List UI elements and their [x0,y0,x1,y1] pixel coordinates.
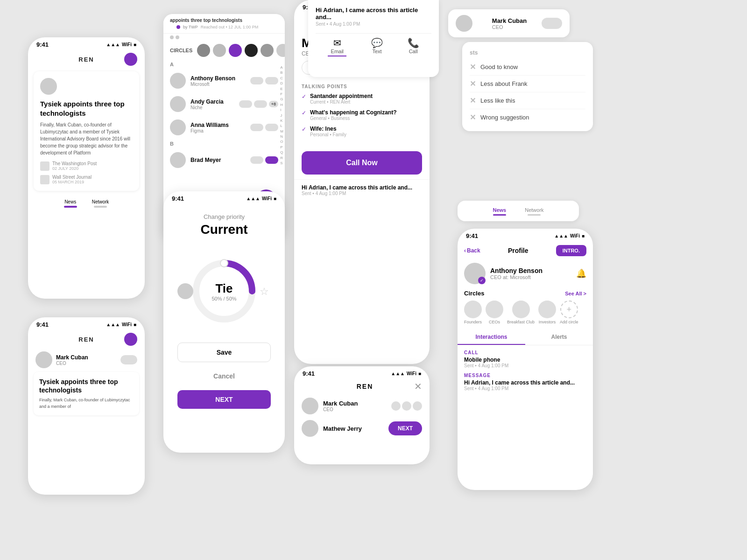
comm-icons-panel: ✉ Email 💬 Text 📞 Call [316,33,431,60]
tab-alerts-7[interactable]: Alerts [525,330,593,345]
call-icon: 📞 [408,37,419,49]
article-title-1: Tysiek appoints three top technologists [40,99,133,118]
circle-item-3-5[interactable] [261,44,274,57]
status-icons-4: ▲▲▲ WiFi ■ [246,196,276,201]
contact-title-6: CEO [323,407,358,412]
toggle-3-2b[interactable] [254,100,267,108]
email-preview-5: Hi Adrian, I came across this article an… [294,179,430,201]
name-3-1: Anthony Benson [190,75,246,82]
x-icon-3[interactable]: ✕ [470,96,476,105]
tab-network-right[interactable]: Network [525,207,543,216]
circle-label-breakfast: Breakfast Club [507,320,535,324]
time-4: 9:41 [172,195,184,202]
contact-row-7: ✓ Anthony Benson CEO at: Microsoft 🔔 [458,260,593,286]
int-sub-call: Sent • 4 Aug 1:00 PM [464,363,586,368]
signal-icon-2: ▲▲▲ [106,322,120,327]
source-date-1: 02 JULY 2020 [52,166,97,171]
app-logo-6: REN [357,383,374,390]
back-btn-7[interactable]: ‹ Back [464,247,480,254]
toggle-3-4b-active[interactable] [265,156,278,164]
contact-info-3-1: Anthony Benson Microsoft [190,75,246,87]
suggestion-text-4: Wrong suggestion [480,114,529,121]
toggle-3-1b[interactable] [265,77,278,84]
source-row-1: The Washington Post 02 JULY 2020 [40,161,133,171]
call-now-button-5[interactable]: Call Now [302,151,422,175]
tab-interactions-7[interactable]: Interactions [458,330,525,345]
close-btn-6[interactable]: ✕ [414,381,422,392]
bell-icon-7[interactable]: 🔔 [576,268,586,279]
save-button-4[interactable]: Save [177,343,271,362]
contact-row-2: Mark Cuban CEO [28,348,145,372]
toggle-3-3b[interactable] [265,124,278,131]
contact-item-3-1[interactable]: Anthony Benson Microsoft [163,69,285,92]
x-icon-1[interactable]: ✕ [470,63,476,71]
suggestion-item-1[interactable]: ✕ Good to know [470,59,585,76]
avatar-container-7: ✓ [464,263,486,284]
suggestion-item-2[interactable]: ✕ Less about Frank [470,76,585,92]
source-icon-1 [40,161,49,171]
time-7: 9:41 [466,232,478,239]
next-btn-6[interactable]: NEXT [388,421,422,435]
wifi-icon-4: WiFi [262,196,272,201]
signal-icon-1: ▲▲▲ [106,42,120,47]
contact-info-3-3: Anna Williams Figma [190,122,246,133]
tp-check-5-2: ✓ [302,110,306,116]
email-label-panel: Email [328,49,346,54]
toggle-3-2a[interactable] [239,100,252,108]
avatar-3-2 [170,96,186,112]
tab-news-1[interactable]: News [64,199,77,208]
circle-item-3-2[interactable] [213,44,226,57]
email-sent-sub: Sent • 4 Aug 1:00 PM [316,21,431,27]
user-avatar-1[interactable] [124,53,137,66]
tab-news-right[interactable]: News [493,207,506,216]
toggle-3-4a[interactable] [250,156,263,164]
article-card-1: Tysiek appoints three top technologists … [34,71,139,191]
tab-row-right: News Network [483,205,553,217]
x-icon-2[interactable]: ✕ [470,79,476,88]
toggle-3-3a[interactable] [250,124,263,131]
mark-name: Mark Cuban [492,17,527,24]
next-button-4[interactable]: NEXT [177,390,271,409]
co-3-1: Microsoft [190,82,246,87]
tab-network-1[interactable]: Network [92,199,109,208]
text-comm-icon[interactable]: 💬 Text [371,37,383,56]
contact-item-3-4[interactable]: Brad Meyer [163,148,285,172]
toggle-group-3-1 [250,77,278,84]
toggle-6a [391,401,401,411]
circle-item-3-4[interactable] [245,44,258,57]
add-circle-btn[interactable]: + Add circle [560,301,578,324]
source-icon-2 [40,175,49,184]
call-comm-icon[interactable]: 📞 Call [408,37,419,56]
circle-item-3-6[interactable] [276,44,285,57]
cancel-button-4[interactable]: Cancel [177,367,271,385]
mark-toggle[interactable] [542,18,562,29]
toggle-3-1a[interactable] [250,77,263,84]
email-comm-icon[interactable]: ✉ Email [328,37,346,56]
circle-item-3-3[interactable] [229,44,242,57]
circle-label-investors: Investors [538,320,556,324]
text-icon: 💬 [371,37,383,49]
suggestion-item-3[interactable]: ✕ Less like this [470,92,585,109]
x-icon-4[interactable]: ✕ [470,113,476,122]
suggestion-panel: sts ✕ Good to know ✕ Less about Frank ✕ … [462,42,593,131]
suggestion-item-4[interactable]: ✕ Wrong suggestion [470,109,585,126]
status-icons-1: ▲▲▲ WiFi ■ [106,42,136,47]
contact-item-3-3[interactable]: Anna Williams Figma [163,116,285,139]
article-body-2: Finally, Mark Cuban, co-founder of Lubim… [39,397,134,410]
avatar-6 [302,398,318,414]
suggestion-text-1: Good to know [480,63,518,70]
intro-btn-7[interactable]: INTRO. [556,245,586,256]
user-avatar-2[interactable] [124,333,137,346]
tab-dot-news-right [493,214,506,216]
toggle-group-3-4 [250,156,278,164]
status-bar-6: 9:41 ▲▲▲ WiFi ■ [294,366,430,379]
toggle-2[interactable] [120,355,137,364]
mark-cuban-mini-card: Mark Cuban CEO [448,9,570,37]
see-all-7[interactable]: See All > [565,291,586,296]
circle-item-3-1[interactable] [197,44,210,57]
toggle-6c [413,401,422,411]
tp-item-5-3: ✓ Wife: Ines Personal • Family [302,126,422,137]
section-a: A [163,60,285,69]
name-3-4: Brad Meyer [190,157,246,163]
contact-item-3-2[interactable]: Andy Garcia Niche +8 [163,92,285,116]
